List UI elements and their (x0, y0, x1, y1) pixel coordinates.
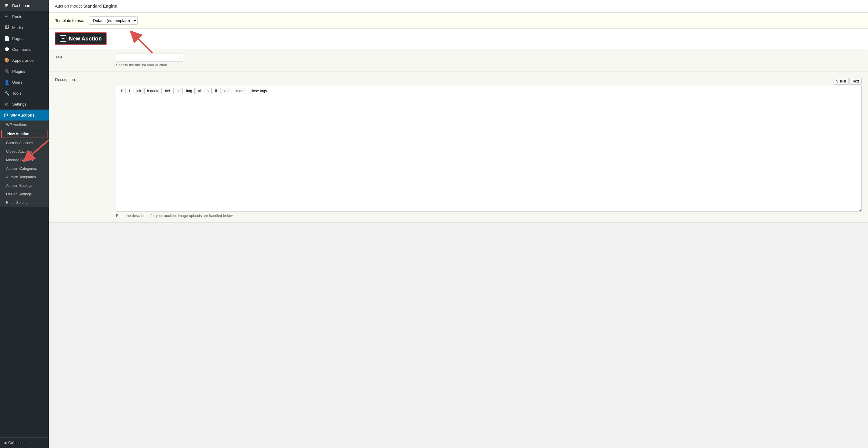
submenu-auction-templates[interactable]: Auction Templates (0, 173, 49, 182)
submenu-manage-bidders[interactable]: Manage Bidders (0, 156, 49, 164)
description-row: Description: Visual Text b i link b-quot… (49, 72, 868, 222)
fmt-code[interactable]: code (220, 88, 233, 94)
sidebar-item-label: Pages (12, 36, 24, 41)
title-hint: Specify the title for your auction. (116, 63, 862, 67)
comments-icon: 💬 (4, 47, 10, 52)
submenu-email-settings[interactable]: Email Settings (0, 198, 49, 207)
plugins-icon: 🔌 (4, 69, 10, 74)
sidebar-item-label: Posts (12, 14, 22, 19)
submenu-new-auction[interactable]: New Auction (1, 130, 48, 138)
auction-mode-prefix: Auction mode: (55, 4, 83, 8)
sidebar-item-label: Dashboard (12, 3, 32, 8)
plus-icon: + (60, 35, 66, 42)
submenu-closed-auctions[interactable]: Closed Auctions (0, 147, 49, 156)
sidebar: ⊞ Dashboard ✏ Posts 🖼 Media 📄 Pages 💬 Co… (0, 0, 49, 448)
dashboard-icon: ⊞ (4, 3, 10, 8)
description-hint: Enter the description for your auction. … (116, 214, 862, 218)
fmt-del[interactable]: del (163, 88, 173, 94)
fmt-li[interactable]: li (213, 88, 219, 94)
description-label: Description: (55, 76, 110, 82)
text-tab[interactable]: Text (849, 78, 862, 85)
title-input[interactable] (116, 54, 183, 62)
auction-mode-value: Standard Engine (83, 4, 117, 8)
sidebar-item-label: Media (12, 25, 23, 30)
fmt-bquote[interactable]: b-quote (144, 88, 162, 94)
wp-auctions-icon: 🏷 (4, 113, 8, 118)
sidebar-item-media[interactable]: 🖼 Media (0, 22, 49, 33)
sidebar-item-label: Appearance (12, 58, 33, 63)
new-auction-button[interactable]: + New Auction (55, 32, 106, 45)
sidebar-item-comments[interactable]: 💬 Comments (0, 44, 49, 55)
description-textarea[interactable] (116, 96, 862, 212)
wp-auctions-label: WP Auctions (10, 113, 34, 118)
fmt-more[interactable]: more (234, 88, 247, 94)
new-auction-btn-container: + New Auction (49, 29, 868, 49)
fmt-ol[interactable]: ol (204, 88, 212, 94)
fmt-bold[interactable]: b (119, 88, 126, 94)
formatting-bar: b i link b-quote del ins img ul ol li co… (116, 86, 862, 96)
template-label: Template to use: (55, 18, 84, 23)
tools-icon: 🔧 (4, 91, 10, 96)
title-field: ⤢ Specify the title for your auction. (116, 54, 862, 67)
submenu-auction-categories[interactable]: Auction Categories (0, 164, 49, 173)
sidebar-item-label: Settings (12, 102, 27, 106)
collapse-menu-icon: ◀ (4, 441, 6, 445)
submenu-auction-settings[interactable]: Auction Settings (0, 182, 49, 190)
title-input-wrapper: ⤢ (116, 54, 183, 62)
title-row: Title: ⤢ Specify the title for your auct… (49, 49, 868, 72)
sidebar-item-label: Comments (12, 47, 31, 52)
main-content: Auction mode: Standard Engine Template t… (49, 0, 868, 448)
wp-auctions-submenu: WP Auctions New Auction Current Auctions… (0, 121, 49, 207)
fmt-close-tags[interactable]: close tags (248, 88, 269, 94)
submenu-design-settings[interactable]: Design Settings (0, 190, 49, 198)
sidebar-item-label: Tools (12, 91, 21, 96)
sidebar-item-posts[interactable]: ✏ Posts (0, 11, 49, 22)
media-icon: 🖼 (4, 25, 10, 30)
sidebar-item-label: Plugins (12, 69, 25, 74)
sidebar-item-appearance[interactable]: 🎨 Appearance (0, 55, 49, 66)
visual-tab[interactable]: Visual (834, 78, 849, 85)
fmt-italic[interactable]: i (127, 88, 132, 94)
auction-mode-bar: Auction mode: Standard Engine (49, 0, 868, 12)
fmt-ul[interactable]: ul (195, 88, 203, 94)
title-label: Title: (55, 54, 110, 59)
sidebar-item-users[interactable]: 👤 Users (0, 77, 49, 88)
collapse-menu-button[interactable]: ◀ Collapse menu (0, 437, 49, 448)
sidebar-item-tools[interactable]: 🔧 Tools (0, 88, 49, 99)
fmt-ins[interactable]: ins (173, 88, 183, 94)
description-field: Visual Text b i link b-quote del ins img… (116, 76, 862, 218)
fmt-img[interactable]: img (184, 88, 194, 94)
posts-icon: ✏ (4, 14, 10, 19)
template-row: Template to use: Default (no template) (49, 12, 868, 29)
editor-toolbar: Visual Text (116, 76, 862, 86)
template-select[interactable]: Default (no template) (89, 17, 138, 25)
sidebar-item-pages[interactable]: 📄 Pages (0, 33, 49, 44)
sidebar-item-plugins[interactable]: 🔌 Plugins (0, 66, 49, 77)
form-area: Title: ⤢ Specify the title for your auct… (49, 49, 868, 223)
fmt-link[interactable]: link (133, 88, 144, 94)
submenu-current-auctions[interactable]: Current Auctions (0, 139, 49, 147)
new-auction-button-label: New Auction (69, 36, 102, 42)
submenu-wp-auctions[interactable]: WP Auctions (0, 121, 49, 129)
sidebar-item-label: Users (12, 80, 23, 85)
title-input-expand-icon: ⤢ (178, 56, 181, 60)
collapse-menu-label: Collapse menu (8, 441, 33, 445)
users-icon: 👤 (4, 80, 10, 85)
appearance-icon: 🎨 (4, 58, 10, 63)
wp-auctions-header[interactable]: 🏷 WP Auctions (0, 109, 49, 121)
sidebar-nav: ⊞ Dashboard ✏ Posts 🖼 Media 📄 Pages 💬 Co… (0, 0, 49, 109)
settings-icon: ⚙ (4, 102, 10, 106)
sidebar-item-dashboard[interactable]: ⊞ Dashboard (0, 0, 49, 11)
pages-icon: 📄 (4, 36, 10, 41)
sidebar-item-settings[interactable]: ⚙ Settings (0, 99, 49, 109)
